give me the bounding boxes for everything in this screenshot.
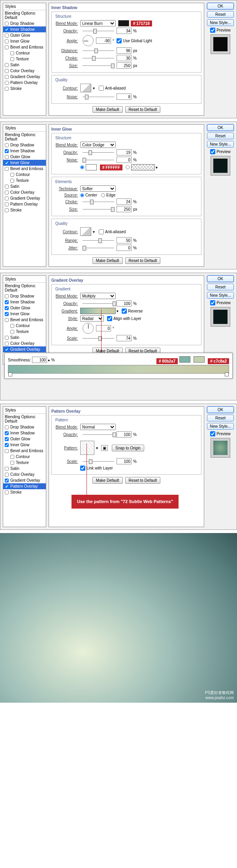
style-texture[interactable]: Texture [3, 178, 46, 183]
color-picker[interactable] [118, 20, 129, 26]
style-drop-shadow[interactable]: Drop Shadow [3, 21, 46, 26]
style-satin[interactable]: Satin [3, 62, 46, 68]
snap-origin-button[interactable]: Snap to Origin [112, 445, 144, 451]
style-bevel-emboss[interactable]: Bevel and Emboss [3, 317, 46, 323]
style-pattern-overlay[interactable]: Pattern Overlay [3, 80, 46, 86]
drop-shadow-checkbox[interactable] [5, 22, 9, 26]
style-bevel-emboss[interactable]: Bevel and Emboss [3, 44, 46, 50]
reset-button[interactable]: Reset [207, 133, 234, 139]
blending-options-row[interactable]: Blending Options: Default [3, 10, 46, 21]
size-slider[interactable] [83, 209, 114, 210]
style-contour[interactable]: Contour [3, 323, 46, 329]
style-inner-glow[interactable]: Inner Glow [3, 311, 46, 317]
reverse-checkbox[interactable] [122, 309, 127, 314]
size-input[interactable] [117, 62, 132, 69]
reset-default-button[interactable]: Reset to Default [125, 257, 161, 264]
style-inner-shadow[interactable]: Inner Shadow [3, 299, 46, 305]
preview-checkbox[interactable] [210, 431, 215, 436]
bevel-checkbox[interactable] [5, 45, 9, 49]
style-satin[interactable]: Satin [3, 466, 46, 471]
style-texture[interactable]: Texture [3, 56, 46, 62]
stop1-swatch[interactable] [179, 356, 190, 363]
gradient-bar[interactable] [8, 365, 229, 374]
style-texture[interactable]: Texture [3, 460, 46, 466]
inner-glow-checkbox[interactable] [5, 39, 9, 43]
jitter-input[interactable] [117, 245, 132, 251]
style-pattern-overlay[interactable]: Pattern Overlay [3, 201, 46, 207]
style-outer-glow[interactable]: Outer Glow [3, 154, 46, 160]
texture-checkbox[interactable] [10, 57, 14, 61]
blend-mode-select[interactable]: Linear Burn [80, 20, 116, 26]
opacity-slider[interactable] [83, 31, 114, 31]
opacity-input[interactable] [117, 431, 132, 438]
choke-slider[interactable] [83, 202, 114, 202]
style-color-overlay[interactable]: Color Overlay [3, 340, 46, 346]
style-color-overlay[interactable]: Color Overlay [3, 68, 46, 74]
style-drop-shadow[interactable]: Drop Shadow [3, 424, 46, 430]
style-drop-shadow[interactable]: Drop Shadow [3, 293, 46, 299]
blending-options-row[interactable]: Blending Options: Default [3, 283, 46, 293]
color-radio[interactable] [80, 165, 84, 169]
contour-picker[interactable] [80, 227, 91, 236]
ok-button[interactable]: OK [207, 275, 234, 282]
ok-button[interactable]: OK [207, 3, 234, 9]
style-contour[interactable]: Contour [3, 172, 46, 178]
stroke-checkbox[interactable] [5, 87, 9, 91]
style-satin[interactable]: Satin [3, 183, 46, 189]
style-gradient-overlay[interactable]: Gradient Overlay [3, 346, 46, 352]
smoothness-dropdown-icon[interactable]: ▸ [48, 358, 50, 362]
style-bevel-emboss[interactable]: Bevel and Emboss [3, 166, 46, 172]
style-inner-glow[interactable]: Inner Glow [3, 160, 46, 166]
opacity-slider[interactable] [83, 152, 114, 153]
jitter-slider[interactable] [83, 248, 114, 248]
reset-button[interactable]: Reset [207, 284, 234, 290]
contour-picker[interactable] [80, 84, 91, 92]
style-inner-glow[interactable]: Inner Glow [3, 442, 46, 448]
angle-input[interactable] [96, 37, 111, 44]
size-input[interactable] [117, 206, 132, 212]
source-edge-radio[interactable] [101, 193, 105, 197]
noise-slider[interactable] [83, 97, 114, 97]
new-style-button[interactable]: New Style... [207, 423, 234, 430]
style-bevel-emboss[interactable]: Bevel and Emboss [3, 448, 46, 454]
gradient-stop-left[interactable] [8, 372, 12, 376]
preview-checkbox[interactable] [210, 300, 215, 305]
align-checkbox[interactable] [107, 316, 112, 321]
style-gradient-overlay[interactable]: Gradient Overlay [3, 74, 46, 80]
opacity-input[interactable] [117, 300, 132, 307]
style-color-overlay[interactable]: Color Overlay [3, 471, 46, 477]
choke-input[interactable] [117, 198, 132, 205]
reset-button[interactable]: Reset [207, 415, 234, 421]
scale-input[interactable] [117, 458, 132, 464]
style-color-overlay[interactable]: Color Overlay [3, 189, 46, 195]
gradient-dropdown-icon[interactable]: ▾ [156, 165, 158, 170]
style-satin[interactable]: Satin [3, 335, 46, 340]
style-outer-glow[interactable]: Outer Glow [3, 436, 46, 442]
blending-options-row[interactable]: Blending Options: Default [3, 132, 46, 142]
style-stroke[interactable]: Stroke [3, 489, 46, 495]
new-preset-icon[interactable]: ▣ [101, 445, 108, 451]
global-light-checkbox[interactable] [117, 38, 122, 43]
reset-default-button[interactable]: Reset to Default [125, 106, 161, 113]
ok-button[interactable]: OK [207, 124, 234, 131]
scale-input[interactable] [117, 335, 132, 341]
angle-dial[interactable] [83, 323, 94, 334]
opacity-input[interactable] [117, 28, 132, 34]
scale-slider[interactable] [83, 338, 114, 339]
gradient-picker[interactable] [80, 308, 116, 314]
make-default-button[interactable]: Make Default [92, 257, 123, 264]
reset-default-button[interactable]: Reset to Default [125, 477, 161, 484]
pattern-dropdown-icon[interactable]: ▾ [96, 446, 98, 450]
smoothness-input[interactable] [32, 357, 47, 363]
stop2-swatch[interactable] [194, 356, 205, 363]
make-default-button[interactable]: Make Default [92, 106, 123, 113]
contour-checkbox[interactable] [10, 51, 14, 55]
distance-slider[interactable] [83, 51, 114, 51]
choke-input[interactable] [117, 55, 132, 61]
inner-shadow-checkbox[interactable] [5, 28, 9, 32]
pattern-picker[interactable] [80, 441, 94, 455]
style-contour[interactable]: Contour [3, 50, 46, 56]
style-stroke[interactable]: Stroke [3, 207, 46, 213]
style-gradient-overlay[interactable]: Gradient Overlay [3, 477, 46, 483]
style-inner-shadow[interactable]: Inner Shadow [3, 148, 46, 154]
